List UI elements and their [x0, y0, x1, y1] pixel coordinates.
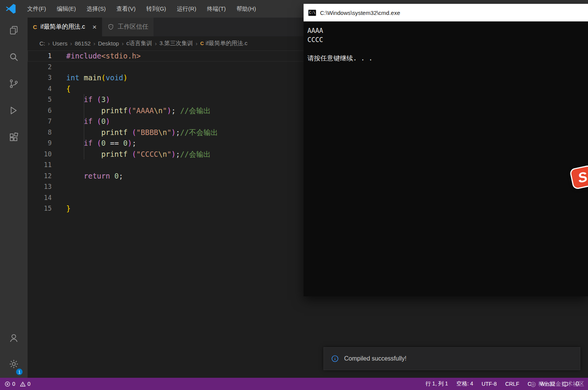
activity-search-button[interactable] [0, 44, 28, 71]
line-number[interactable]: 5 [28, 94, 52, 105]
search-icon [8, 52, 19, 64]
menu-bar-items: 文件(F)编辑(E)选择(S)查看(V)转到(G)运行(R)终端(T)帮助(H) [22, 0, 261, 18]
cmd-output-line: 请按任意键继续. . . [307, 54, 588, 63]
tab-1[interactable]: 工作区信任 [102, 18, 154, 36]
status-bar: 0 0 行 1, 列 1空格: 4UTF-8CRLFCWin32 [0, 378, 588, 390]
statusbar-left: 0 0 [5, 381, 31, 387]
code-text [52, 192, 66, 203]
settings-badge: 1 [16, 369, 23, 375]
watermark-logo-icon: ◎ [530, 380, 536, 388]
breadcrumb-separator: › [93, 40, 95, 47]
statusbar-eol[interactable]: CRLF [501, 381, 524, 387]
vscode-window: 文件(F)编辑(E)选择(S)查看(V)转到(G)运行(R)终端(T)帮助(H)… [0, 0, 588, 390]
code-text [52, 181, 66, 192]
line-number[interactable]: 12 [28, 171, 52, 182]
menu-item-selection[interactable]: 选择(S) [81, 0, 111, 18]
menu-item-terminal[interactable]: 终端(T) [202, 0, 231, 18]
breadcrumb-item-3[interactable]: Desktop [97, 40, 120, 47]
source-control-icon [8, 78, 19, 91]
statusbar-cursor-position[interactable]: 行 1, 列 1 [421, 380, 452, 387]
menu-item-run[interactable]: 运行(R) [172, 0, 202, 18]
code-text: #include<stdio.h> [52, 50, 140, 62]
statusbar-indentation[interactable]: 空格: 4 [452, 380, 477, 387]
problems-errors[interactable]: 0 [5, 381, 15, 387]
watermark-text: 稀土掘金技术社区 [538, 380, 584, 388]
activity-explorer-button[interactable] [0, 18, 28, 44]
cmd-output-line [307, 44, 588, 54]
cmd-output-line: CCCC [307, 35, 588, 44]
code-text: { [52, 83, 70, 94]
breadcrumb-separator: › [155, 40, 157, 47]
line-number[interactable]: 15 [28, 203, 52, 214]
cmd-title: C:\Windows\system32\cmd.exe [320, 10, 400, 16]
menu-item-file[interactable]: 文件(F) [22, 0, 51, 18]
tab-0[interactable]: Cif最简单的用法.c× [28, 18, 102, 36]
shield-icon [108, 24, 114, 30]
breadcrumb-separator: › [122, 40, 124, 47]
line-number[interactable]: 7 [28, 116, 52, 127]
menu-item-go[interactable]: 转到(G) [141, 0, 172, 18]
code-text: if (0 == 0); [52, 138, 136, 149]
activity-settings-button[interactable]: 1 [0, 352, 28, 378]
line-number[interactable]: 2 [28, 62, 52, 73]
indent-guide [84, 94, 84, 159]
code-text: printf("AAAA\n"); //会输出 [52, 105, 211, 116]
run-debug-icon [8, 105, 19, 117]
code-text: int main(void) [52, 72, 127, 83]
cmd-icon: C:\ [308, 10, 316, 16]
code-text: if (3) [52, 94, 110, 105]
account-icon [8, 333, 19, 345]
explorer-icon [8, 25, 19, 37]
breadcrumb-item-6[interactable]: Cif最简单的用法.c [199, 40, 249, 47]
menu-item-edit[interactable]: 编辑(E) [51, 0, 81, 18]
breadcrumb-item-4[interactable]: c语言集训 [125, 40, 154, 47]
cmd-output[interactable]: AAAACCCC 请按任意键继续. . . [304, 21, 588, 296]
statusbar-encoding[interactable]: UTF-8 [477, 381, 501, 387]
notification-message: Compiled successfully! [344, 355, 407, 362]
line-number[interactable]: 4 [28, 83, 52, 94]
line-number[interactable]: 6 [28, 105, 52, 116]
code-text [52, 62, 66, 73]
activity-source-control-button[interactable] [0, 71, 28, 98]
line-number[interactable]: 14 [28, 192, 52, 203]
line-number[interactable]: 3 [28, 72, 52, 83]
activity-bar-bottom: 1 [0, 326, 28, 378]
tab-close-icon[interactable]: × [92, 23, 96, 31]
menu-item-help[interactable]: 帮助(H) [231, 0, 261, 18]
warning-icon [20, 381, 26, 387]
code-text: } [52, 203, 70, 214]
c-file-icon: C [33, 24, 37, 30]
tab-label: if最简单的用法.c [41, 23, 85, 31]
breadcrumb-separator: › [48, 40, 50, 47]
breadcrumb-separator: › [70, 40, 72, 47]
breadcrumb-item-2[interactable]: 86152 [74, 40, 92, 47]
code-text: printf ("CCCC\n");//会输出 [52, 149, 211, 160]
activity-extensions-button[interactable] [0, 125, 28, 151]
line-number[interactable]: 9 [28, 138, 52, 149]
activity-bar: 1 [0, 18, 28, 378]
watermark: ◎ 稀土掘金技术社区 [530, 380, 584, 388]
line-number[interactable]: 10 [28, 149, 52, 160]
menu-item-view[interactable]: 查看(V) [111, 0, 141, 18]
info-icon [331, 354, 339, 363]
cmd-titlebar[interactable]: C:\ C:\Windows\system32\cmd.exe [304, 4, 588, 21]
code-text: printf ("BBBB\n");//不会输出 [52, 127, 218, 138]
cmd-output-line: AAAA [307, 26, 588, 35]
activity-account-button[interactable] [0, 326, 28, 352]
problems-warnings[interactable]: 0 [20, 381, 31, 387]
line-number[interactable]: 8 [28, 127, 52, 138]
error-count: 0 [12, 381, 15, 387]
tab-label: 工作区信任 [118, 23, 148, 31]
breadcrumb-item-0[interactable]: C: [38, 40, 46, 47]
breadcrumb-item-1[interactable]: Users [51, 40, 69, 47]
line-number[interactable]: 1 [28, 50, 52, 62]
vscode-logo-icon [5, 3, 16, 15]
warning-count: 0 [28, 381, 31, 387]
cmd-window[interactable]: C:\ C:\Windows\system32\cmd.exe AAAACCCC… [304, 4, 588, 296]
line-number[interactable]: 11 [28, 159, 52, 171]
code-text: return 0; [52, 171, 123, 182]
c-file-icon: C [200, 41, 204, 46]
activity-run-debug-button[interactable] [0, 98, 28, 125]
breadcrumb-item-5[interactable]: 3.第三次集训 [158, 40, 194, 47]
line-number[interactable]: 13 [28, 181, 52, 192]
